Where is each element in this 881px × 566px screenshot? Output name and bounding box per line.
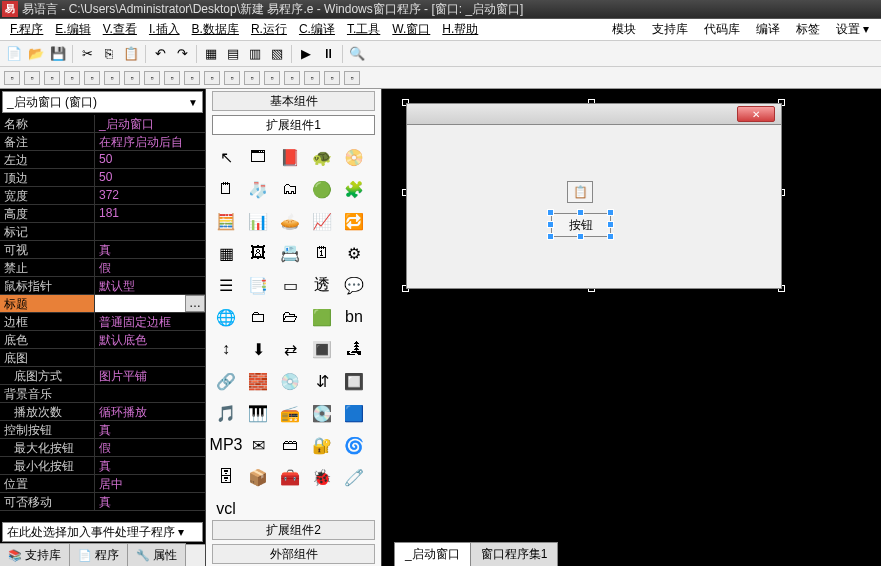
doctab-startwin[interactable]: _启动窗口 — [394, 542, 471, 566]
palette-item-20[interactable]: ☰ — [212, 271, 240, 299]
palette-item-24[interactable]: 💬 — [340, 271, 368, 299]
rmenu-tag[interactable]: 标签 — [788, 19, 828, 40]
tb-save[interactable]: 💾 — [48, 44, 68, 64]
prop-row[interactable]: 边框普通固定边框 — [0, 313, 205, 331]
al-1[interactable]: ▫ — [4, 71, 20, 85]
palette-item-14[interactable]: 🔁 — [340, 207, 368, 235]
palette-item-39[interactable]: 🔲 — [340, 367, 368, 395]
ctl-handle[interactable] — [547, 221, 554, 228]
tb-panel4[interactable]: ▧ — [267, 44, 287, 64]
rmenu-module[interactable]: 模块 — [604, 19, 644, 40]
prop-value[interactable]: 居中 — [95, 475, 205, 492]
palette-item-40[interactable]: 🎵 — [212, 399, 240, 427]
rmenu-compile[interactable]: 编译 — [748, 19, 788, 40]
al-13[interactable]: ▫ — [244, 71, 260, 85]
tb-open[interactable]: 📂 — [26, 44, 46, 64]
tb-find[interactable]: 🔍 — [347, 44, 367, 64]
palette-item-43[interactable]: 💽 — [308, 399, 336, 427]
al-7[interactable]: ▫ — [124, 71, 140, 85]
menu-run[interactable]: R.运行 — [245, 19, 293, 40]
prop-row[interactable]: 最小化按钮真 — [0, 457, 205, 475]
palette-item-8[interactable]: 🟢 — [308, 175, 336, 203]
palette-item-50[interactable]: 🗄 — [212, 463, 240, 491]
palette-item-51[interactable]: 📦 — [244, 463, 272, 491]
ctl-handle[interactable] — [547, 209, 554, 216]
prop-value[interactable] — [95, 295, 185, 312]
palette-item-44[interactable]: 🟦 — [340, 399, 368, 427]
menu-help[interactable]: H.帮助 — [436, 19, 484, 40]
palette-item-7[interactable]: 🗂 — [276, 175, 304, 203]
prop-row[interactable]: 标记 — [0, 223, 205, 241]
palette-item-31[interactable]: ⬇ — [244, 335, 272, 363]
tab-properties[interactable]: 🔧属性 — [127, 543, 186, 566]
prop-row[interactable]: 宽度372 — [0, 187, 205, 205]
prop-value[interactable]: 普通固定边框 — [95, 313, 205, 330]
object-selector[interactable]: _启动窗口 (窗口) ▼ — [2, 91, 203, 113]
al-14[interactable]: ▫ — [264, 71, 280, 85]
menu-edit[interactable]: E.编辑 — [49, 19, 96, 40]
al-10[interactable]: ▫ — [184, 71, 200, 85]
comptab-ext1[interactable]: 扩展组件1 — [212, 115, 375, 135]
prop-row[interactable]: 可否移动真 — [0, 493, 205, 511]
palette-item-18[interactable]: 🗓 — [308, 239, 336, 267]
menu-program[interactable]: F.程序 — [4, 19, 49, 40]
ctl-handle[interactable] — [607, 221, 614, 228]
prop-row[interactable]: 鼠标指针默认型 — [0, 277, 205, 295]
design-component-icon[interactable]: 📋 — [567, 181, 593, 203]
prop-row[interactable]: 顶边50 — [0, 169, 205, 187]
palette-item-17[interactable]: 📇 — [276, 239, 304, 267]
al-3[interactable]: ▫ — [44, 71, 60, 85]
palette-item-42[interactable]: 📻 — [276, 399, 304, 427]
tb-copy[interactable]: ⎘ — [99, 44, 119, 64]
palette-item-45[interactable]: MP3 — [212, 431, 240, 459]
event-selector[interactable]: 在此处选择加入事件处理子程序 ▾ — [2, 522, 203, 542]
prop-row[interactable]: 禁止假 — [0, 259, 205, 277]
design-form[interactable]: ✕ 📋 按钮 — [406, 103, 782, 289]
palette-item-23[interactable]: 透 — [308, 271, 336, 299]
prop-row[interactable]: 位置居中 — [0, 475, 205, 493]
palette-item-29[interactable]: bn — [340, 303, 368, 331]
comptab-external[interactable]: 外部组件 — [212, 544, 375, 564]
prop-value[interactable]: 在程序启动后自 — [95, 133, 205, 150]
palette-item-41[interactable]: 🎹 — [244, 399, 272, 427]
palette-item-32[interactable]: ⇄ — [276, 335, 304, 363]
al-2[interactable]: ▫ — [24, 71, 40, 85]
prop-row[interactable]: 播放次数循环播放 — [0, 403, 205, 421]
palette-item-19[interactable]: ⚙ — [340, 239, 368, 267]
tb-undo[interactable]: ↶ — [150, 44, 170, 64]
prop-value[interactable]: _启动窗口 — [95, 115, 205, 132]
prop-row[interactable]: 备注在程序启动后自 — [0, 133, 205, 151]
palette-item-10[interactable]: 🧮 — [212, 207, 240, 235]
palette-item-35[interactable]: 🔗 — [212, 367, 240, 395]
tb-run[interactable]: ▶ — [296, 44, 316, 64]
prop-value[interactable]: 真 — [95, 421, 205, 438]
menu-compile[interactable]: C.编译 — [293, 19, 341, 40]
palette-item-46[interactable]: ✉ — [244, 431, 272, 459]
prop-row[interactable]: 左边50 — [0, 151, 205, 169]
prop-row[interactable]: 名称_启动窗口 — [0, 115, 205, 133]
prop-value[interactable]: 图片平铺 — [95, 367, 205, 384]
tb-redo[interactable]: ↷ — [172, 44, 192, 64]
tb-paste[interactable]: 📋 — [121, 44, 141, 64]
palette-item-52[interactable]: 🧰 — [276, 463, 304, 491]
al-8[interactable]: ▫ — [144, 71, 160, 85]
palette-item-1[interactable]: 🗔 — [244, 143, 272, 171]
al-6[interactable]: ▫ — [104, 71, 120, 85]
palette-item-37[interactable]: 💿 — [276, 367, 304, 395]
prop-value[interactable]: 默认底色 — [95, 331, 205, 348]
form-close-button[interactable]: ✕ — [737, 106, 775, 122]
palette-item-36[interactable]: 🧱 — [244, 367, 272, 395]
prop-row[interactable]: 可视真 — [0, 241, 205, 259]
comptab-ext2[interactable]: 扩展组件2 — [212, 520, 375, 540]
ctl-handle[interactable] — [577, 209, 584, 216]
palette-item-3[interactable]: 🐢 — [308, 143, 336, 171]
prop-row[interactable]: 控制按钮真 — [0, 421, 205, 439]
prop-value[interactable] — [95, 223, 205, 240]
palette-item-11[interactable]: 📊 — [244, 207, 272, 235]
palette-item-26[interactable]: 🗀 — [244, 303, 272, 331]
palette-item-28[interactable]: 🟩 — [308, 303, 336, 331]
prop-ellipsis-button[interactable]: … — [185, 295, 205, 312]
design-canvas[interactable]: ✕ 📋 按钮 — [382, 89, 881, 544]
al-5[interactable]: ▫ — [84, 71, 100, 85]
prop-value[interactable]: 循环播放 — [95, 403, 205, 420]
